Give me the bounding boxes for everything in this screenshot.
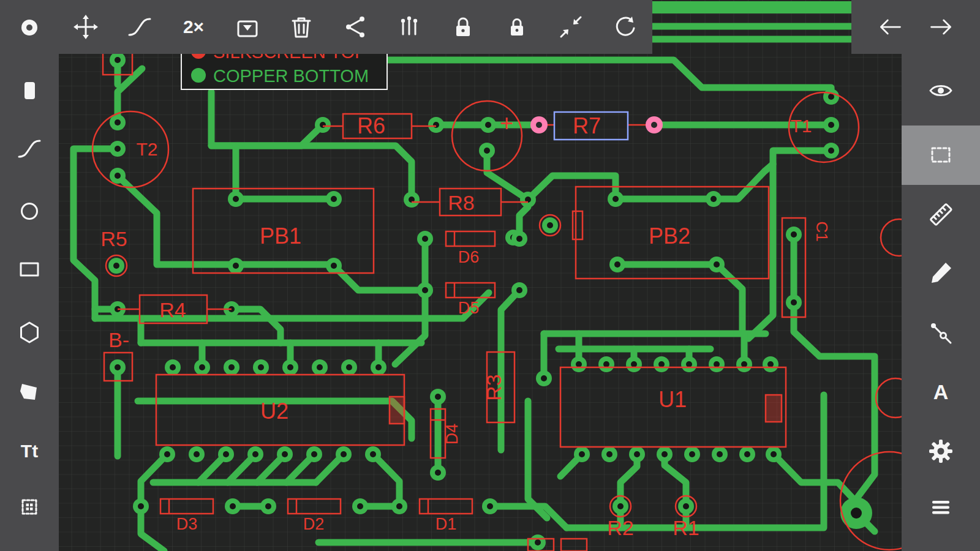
component-label: PB1 (260, 223, 301, 249)
text-tool-label: Tt (21, 442, 38, 460)
component-label: D5 (458, 299, 480, 317)
zoom-level-button[interactable]: 2× (176, 10, 211, 44)
right-toolbar: A (902, 54, 980, 551)
circle-tool-button[interactable] (12, 194, 47, 228)
net-button[interactable] (338, 10, 372, 44)
component-label: D3 (176, 515, 198, 533)
polygon-tool-button[interactable] (12, 375, 47, 409)
top-toolbar: 2× (59, 0, 652, 54)
ruler-icon (927, 201, 954, 228)
component-label: U1 (658, 387, 687, 412)
arrow-left-icon (876, 13, 903, 40)
trace-tool-button[interactable] (12, 132, 47, 166)
component-label: R3 (482, 374, 505, 400)
menu-button[interactable] (924, 490, 958, 524)
component-label: B- (108, 328, 129, 351)
component-label: U2 (260, 399, 288, 424)
canvas-grid (0, 0, 980, 551)
component-label: D1 (435, 515, 457, 533)
delete-button[interactable] (284, 10, 318, 44)
trace-icon (16, 135, 43, 162)
ic-tool-button[interactable] (12, 490, 47, 524)
rectangle-icon (16, 256, 43, 283)
forward-button[interactable] (924, 10, 959, 44)
ic-chip-icon (16, 493, 43, 520)
text-tool-button[interactable]: Tt (12, 434, 47, 468)
nodes-wire-icon (927, 318, 954, 345)
nodes-tool-button[interactable] (924, 315, 958, 349)
legend-label-copper: COPPER BOTTOM (213, 66, 369, 86)
component-label: R4 (159, 298, 186, 321)
component-label: D4 (443, 424, 461, 445)
hamburger-menu-icon (927, 493, 954, 520)
circle-icon (16, 198, 43, 225)
select-tool-button[interactable] (924, 138, 958, 172)
text-annotation-button[interactable]: A (924, 375, 958, 409)
hexagon-icon (16, 319, 43, 346)
pen-icon (927, 260, 954, 287)
component-label: D2 (303, 515, 325, 533)
pad-rect-icon (16, 77, 43, 104)
lock-icon (450, 13, 477, 40)
component-label: + (500, 110, 513, 136)
lock-alt-button[interactable] (500, 10, 534, 44)
import-box-icon (234, 13, 261, 40)
pcb-editor-window: T2T1+R6R7R8PB1PB2R5R4B-R3D6D5D4U2U1D3D2D… (0, 0, 980, 551)
pad-rect-tool-button[interactable] (12, 73, 47, 108)
zoom-level-label: 2× (183, 18, 204, 36)
component-label: R2 (607, 516, 633, 539)
rectangle-tool-button[interactable] (12, 252, 47, 287)
component-label: R8 (448, 191, 474, 214)
snap-merge-button[interactable] (554, 10, 588, 44)
pen-tool-button[interactable] (924, 256, 958, 290)
trash-icon (288, 13, 315, 40)
eye-icon (927, 77, 954, 104)
move-icon (72, 13, 99, 40)
component-label: R6 (357, 113, 385, 138)
pad-round-icon (16, 14, 43, 41)
rotate-button[interactable] (608, 10, 642, 44)
component-label: R7 (573, 113, 601, 138)
arrow-right-icon (928, 13, 955, 40)
net-share-icon (342, 13, 369, 40)
view-tool-button[interactable] (924, 73, 958, 108)
settings-button[interactable] (924, 434, 958, 468)
pcb-canvas[interactable]: T2T1+R6R7R8PB1PB2R5R4B-R3D6D5D4U2U1D3D2D… (0, 0, 980, 551)
hexagon-tool-button[interactable] (12, 315, 47, 350)
lock-alt-icon (503, 13, 530, 40)
gear-icon (927, 438, 954, 465)
text-annotation-label: A (933, 381, 949, 402)
undo-redo-nav (851, 0, 980, 54)
component-label: R5 (100, 227, 127, 250)
pins-button[interactable] (392, 10, 426, 44)
pad-round-tool-button[interactable] (12, 10, 47, 45)
rotate-icon (611, 13, 638, 40)
component-label: C1 (813, 221, 831, 241)
back-button[interactable] (873, 10, 907, 44)
import-component-button[interactable] (230, 10, 265, 44)
marquee-select-icon (927, 141, 954, 168)
left-toolbar: Tt (0, 0, 59, 551)
move-tool-button[interactable] (69, 10, 103, 44)
legend-dot-copper (191, 68, 206, 83)
pin-header-icon (396, 13, 423, 40)
route-trace-icon (126, 13, 153, 40)
component-label: T1 (790, 116, 812, 136)
component-label: T2 (136, 139, 157, 159)
polygon-icon (16, 378, 43, 405)
component-label: D6 (458, 248, 480, 266)
measure-tool-button[interactable] (924, 197, 958, 231)
component-label: PB2 (649, 223, 690, 249)
lock-button[interactable] (446, 10, 480, 44)
route-trace-button[interactable] (123, 10, 157, 44)
component-label: R1 (673, 516, 699, 539)
snap-merge-icon (557, 13, 584, 40)
